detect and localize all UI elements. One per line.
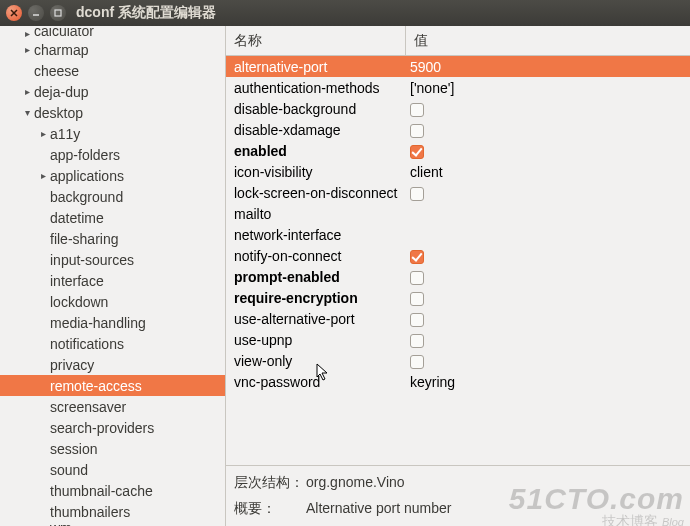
footer-path-label: 层次结构： (234, 474, 306, 492)
setting-value[interactable] (406, 268, 690, 284)
setting-row-mailto[interactable]: mailto (226, 203, 690, 224)
setting-name: use-alternative-port (226, 311, 406, 327)
setting-name: view-only (226, 353, 406, 369)
expander-icon[interactable]: ▸ (36, 522, 50, 526)
setting-value[interactable] (406, 352, 690, 368)
tree-item-cheese[interactable]: cheese (0, 60, 225, 81)
setting-value[interactable] (406, 100, 690, 116)
tree-item-session[interactable]: session (0, 438, 225, 459)
setting-row-network-interface[interactable]: network-interface (226, 224, 690, 245)
setting-row-use-upnp[interactable]: use-upnp (226, 329, 690, 350)
setting-value[interactable] (406, 184, 690, 200)
svg-rect-0 (55, 10, 61, 16)
setting-value[interactable] (406, 310, 690, 326)
checkbox[interactable] (410, 145, 424, 159)
checkbox[interactable] (410, 355, 424, 369)
expander-icon[interactable]: ▸ (20, 86, 34, 97)
tree-item-desktop[interactable]: ▾desktop (0, 102, 225, 123)
setting-row-alternative-port[interactable]: alternative-port5900 (226, 56, 690, 77)
checkbox[interactable] (410, 187, 424, 201)
expander-icon[interactable]: ▸ (36, 170, 50, 181)
checkbox[interactable] (410, 292, 424, 306)
tree-item-thumbnail-cache[interactable]: thumbnail-cache (0, 480, 225, 501)
footer-summary-label: 概要： (234, 500, 306, 518)
setting-value[interactable] (406, 331, 690, 347)
tree-item-sound[interactable]: sound (0, 459, 225, 480)
setting-row-disable-background[interactable]: disable-background (226, 98, 690, 119)
tree-item-label: session (50, 441, 219, 457)
checkbox[interactable] (410, 124, 424, 138)
expander-icon[interactable]: ▸ (36, 128, 50, 139)
tree-item-interface[interactable]: interface (0, 270, 225, 291)
setting-name: alternative-port (226, 59, 406, 75)
tree-item-lockdown[interactable]: lockdown (0, 291, 225, 312)
tree-item-notifications[interactable]: notifications (0, 333, 225, 354)
setting-row-use-alternative-port[interactable]: use-alternative-port (226, 308, 690, 329)
tree-item-label: a11y (50, 126, 219, 142)
checkbox[interactable] (410, 271, 424, 285)
tree-item-screensaver[interactable]: screensaver (0, 396, 225, 417)
setting-value: 5900 (406, 59, 690, 75)
expander-icon[interactable]: ▸ (20, 28, 34, 39)
schema-tree[interactable]: ▸calculator▸charmapcheese▸deja-dup▾deskt… (0, 26, 226, 526)
tree-item-file-sharing[interactable]: file-sharing (0, 228, 225, 249)
setting-name: disable-xdamage (226, 122, 406, 138)
setting-row-vnc-password[interactable]: vnc-passwordkeyring (226, 371, 690, 392)
tree-item-label: notifications (50, 336, 219, 352)
tree-item-datetime[interactable]: datetime (0, 207, 225, 228)
setting-row-view-only[interactable]: view-only (226, 350, 690, 371)
footer-path-value: org.gnome.Vino (306, 474, 405, 492)
maximize-icon[interactable] (50, 5, 66, 21)
tree-item-a11y[interactable]: ▸a11y (0, 123, 225, 144)
checkbox[interactable] (410, 103, 424, 117)
expander-icon[interactable]: ▾ (20, 107, 34, 118)
column-header-value[interactable]: 值 (406, 26, 690, 55)
tree-item-thumbnailers[interactable]: thumbnailers (0, 501, 225, 522)
tree-item-wm[interactable]: ▸wm (0, 522, 225, 526)
setting-row-enabled[interactable]: enabled (226, 140, 690, 161)
setting-value[interactable] (406, 247, 690, 263)
tree-item-label: thumbnail-cache (50, 483, 219, 499)
setting-name: vnc-password (226, 374, 406, 390)
setting-name: lock-screen-on-disconnect (226, 185, 406, 201)
close-icon[interactable] (6, 5, 22, 21)
tree-item-label: file-sharing (50, 231, 219, 247)
checkbox[interactable] (410, 313, 424, 327)
tree-item-label: privacy (50, 357, 219, 373)
tree-item-label: remote-access (50, 378, 219, 394)
tree-item-applications[interactable]: ▸applications (0, 165, 225, 186)
tree-item-label: screensaver (50, 399, 219, 415)
tree-item-media-handling[interactable]: media-handling (0, 312, 225, 333)
tree-item-privacy[interactable]: privacy (0, 354, 225, 375)
tree-item-label: charmap (34, 42, 219, 58)
tree-item-app-folders[interactable]: app-folders (0, 144, 225, 165)
setting-row-authentication-methods[interactable]: authentication-methods['none'] (226, 77, 690, 98)
setting-value[interactable] (406, 142, 690, 158)
setting-value[interactable] (406, 121, 690, 137)
tree-item-calculator[interactable]: ▸calculator (0, 28, 225, 39)
tree-item-charmap[interactable]: ▸charmap (0, 39, 225, 60)
setting-row-require-encryption[interactable]: require-encryption (226, 287, 690, 308)
setting-name: use-upnp (226, 332, 406, 348)
setting-value[interactable] (406, 289, 690, 305)
expander-icon[interactable]: ▸ (20, 44, 34, 55)
tree-item-label: lockdown (50, 294, 219, 310)
setting-row-lock-screen-on-disconnect[interactable]: lock-screen-on-disconnect (226, 182, 690, 203)
tree-item-label: thumbnailers (50, 504, 219, 520)
tree-item-background[interactable]: background (0, 186, 225, 207)
checkbox[interactable] (410, 334, 424, 348)
setting-value: ['none'] (406, 80, 690, 96)
tree-item-deja-dup[interactable]: ▸deja-dup (0, 81, 225, 102)
tree-item-search-providers[interactable]: search-providers (0, 417, 225, 438)
setting-row-icon-visibility[interactable]: icon-visibilityclient (226, 161, 690, 182)
column-header-name[interactable]: 名称 (226, 26, 406, 55)
window-title: dconf 系统配置编辑器 (76, 4, 216, 22)
setting-row-notify-on-connect[interactable]: notify-on-connect (226, 245, 690, 266)
checkbox[interactable] (410, 250, 424, 264)
settings-table: 名称 值 alternative-port5900authentication-… (226, 26, 690, 465)
setting-row-prompt-enabled[interactable]: prompt-enabled (226, 266, 690, 287)
tree-item-input-sources[interactable]: input-sources (0, 249, 225, 270)
setting-row-disable-xdamage[interactable]: disable-xdamage (226, 119, 690, 140)
tree-item-remote-access[interactable]: remote-access (0, 375, 225, 396)
minimize-icon[interactable] (28, 5, 44, 21)
